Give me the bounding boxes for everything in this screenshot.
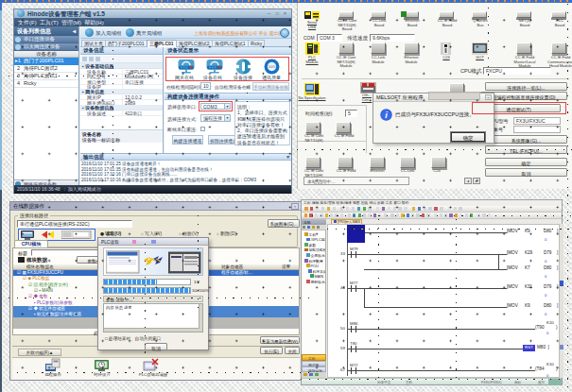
- svg-text:100%: 100%: [268, 65, 275, 69]
